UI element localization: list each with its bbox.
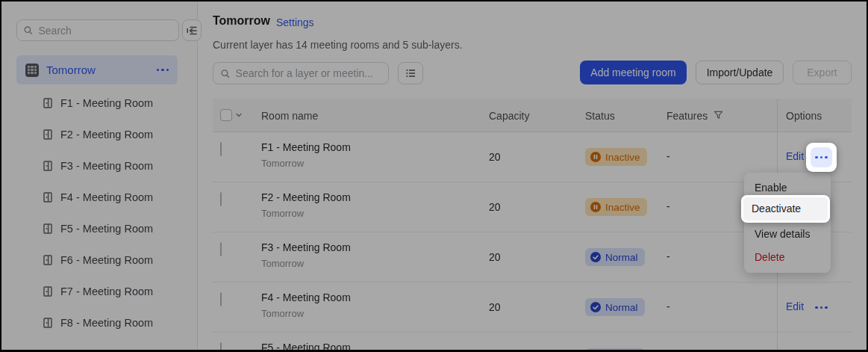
room-name: F4 - Meeting Room bbox=[261, 291, 351, 303]
check-circle-icon bbox=[590, 302, 601, 312]
row-checkbox[interactable] bbox=[220, 242, 222, 256]
status-badge: Normal bbox=[585, 348, 645, 350]
row-more-button[interactable] bbox=[810, 348, 833, 350]
status-badge: Normal bbox=[585, 298, 645, 316]
column-header-label: Status bbox=[585, 110, 615, 122]
meeting-room-icon bbox=[42, 285, 54, 297]
check-circle-icon bbox=[590, 252, 601, 262]
sidebar-item-room[interactable]: F8 - Meeting Room bbox=[16, 308, 185, 338]
row-checkbox[interactable] bbox=[220, 292, 222, 306]
room-features: - bbox=[666, 200, 670, 212]
room-label: F3 - Meeting Room bbox=[60, 160, 153, 172]
meeting-room-icon bbox=[42, 191, 54, 203]
menu-item-delete[interactable]: Delete bbox=[744, 246, 831, 269]
status-badge: Inactive bbox=[585, 198, 647, 216]
edit-link[interactable]: Edit bbox=[786, 150, 804, 162]
table-search-input[interactable] bbox=[236, 67, 381, 79]
pause-circle-icon bbox=[590, 152, 601, 162]
list-icon bbox=[405, 67, 416, 79]
sidebar-item-room[interactable]: F5 - Meeting Room bbox=[16, 214, 185, 244]
meeting-room-icon bbox=[42, 317, 54, 329]
menu-item-view-details[interactable]: View details bbox=[744, 223, 831, 246]
app-window: Tomorrow F1 - Meeting Room F2 - Meeting … bbox=[1, 1, 867, 350]
room-layer: Tomorrow bbox=[261, 308, 304, 319]
meeting-room-icon bbox=[42, 129, 54, 141]
select-all-checkbox[interactable] bbox=[220, 109, 232, 121]
sidebar-item-room[interactable]: F7 - Meeting Room bbox=[16, 277, 185, 306]
column-header-options: Options bbox=[786, 99, 822, 132]
ellipsis-icon bbox=[815, 156, 828, 159]
room-layer: Tomorrow bbox=[261, 208, 304, 219]
filter-icon[interactable] bbox=[714, 111, 723, 120]
table-row: F5 - Meeting Room Tomorrow 20 Normal - E… bbox=[213, 333, 852, 350]
sidebar-item-room[interactable]: F4 - Meeting Room bbox=[16, 182, 185, 212]
sidebar-room-list: F1 - Meeting Room F2 - Meeting Room F3 -… bbox=[1, 1, 197, 350]
sidebar-item-room[interactable]: F3 - Meeting Room bbox=[16, 151, 185, 181]
status-label: Inactive bbox=[605, 202, 640, 213]
column-header-status: Status bbox=[585, 99, 631, 132]
status-label: Normal bbox=[605, 302, 638, 313]
filter-icon[interactable] bbox=[621, 111, 631, 120]
status-badge: Inactive bbox=[585, 148, 647, 166]
table-row: F4 - Meeting Room Tomorrow 20 Normal - E… bbox=[213, 282, 852, 333]
status-label: Inactive bbox=[605, 152, 640, 163]
sidebar-item-room[interactable]: F1 - Meeting Room bbox=[16, 88, 185, 118]
room-label: F2 - Meeting Room bbox=[60, 129, 153, 141]
export-button[interactable]: Export bbox=[793, 61, 852, 84]
room-name: F5 - Meeting Room bbox=[261, 342, 351, 350]
sidebar-item-room[interactable]: F2 - Meeting Room bbox=[16, 120, 185, 149]
settings-link[interactable]: Settings bbox=[276, 16, 314, 28]
row-more-button[interactable] bbox=[810, 297, 833, 318]
row-more-button-highlighted[interactable] bbox=[811, 147, 832, 167]
meeting-room-icon bbox=[42, 160, 54, 172]
row-checkbox[interactable] bbox=[220, 342, 222, 350]
room-capacity: 20 bbox=[489, 251, 501, 263]
room-features: - bbox=[666, 250, 670, 262]
sidebar-item-room[interactable]: F6 - Meeting Room bbox=[16, 245, 185, 275]
room-capacity: 20 bbox=[489, 301, 501, 313]
menu-item-deactivate-highlighted[interactable]: Deactivate bbox=[743, 197, 828, 220]
room-label: F4 - Meeting Room bbox=[60, 191, 153, 203]
spotlight-deactivate: Deactivate bbox=[741, 195, 830, 223]
room-features: - bbox=[666, 150, 670, 162]
room-capacity: 20 bbox=[489, 201, 501, 213]
status-label: Normal bbox=[605, 252, 638, 263]
status-badge: Normal bbox=[585, 248, 645, 266]
column-header-label: Features bbox=[666, 110, 708, 122]
list-view-button[interactable] bbox=[398, 62, 423, 84]
room-name: F1 - Meeting Room bbox=[261, 141, 351, 153]
room-label: F1 - Meeting Room bbox=[60, 97, 153, 109]
meeting-room-icon bbox=[42, 254, 54, 266]
room-layer: Tomorrow bbox=[261, 258, 304, 269]
meeting-room-icon bbox=[42, 223, 54, 235]
room-name: F3 - Meeting Room bbox=[261, 241, 351, 253]
column-header-room-name: Room name bbox=[261, 99, 318, 132]
column-header-features: Features bbox=[666, 99, 723, 132]
chevron-down-icon[interactable] bbox=[235, 111, 243, 119]
column-header-capacity: Capacity bbox=[489, 99, 529, 132]
table-header: Room name Capacity Status Features Optio… bbox=[213, 99, 852, 132]
room-label: F7 - Meeting Room bbox=[60, 285, 153, 297]
row-checkbox[interactable] bbox=[220, 192, 222, 206]
row-checkbox[interactable] bbox=[220, 142, 222, 156]
row-context-menu: Enable Deactivate View details Delete bbox=[744, 173, 831, 273]
meeting-room-icon bbox=[42, 97, 54, 109]
room-label: F8 - Meeting Room bbox=[60, 317, 153, 329]
import-update-button[interactable]: Import/Update bbox=[696, 61, 784, 84]
room-name: F2 - Meeting Room bbox=[261, 191, 351, 203]
room-capacity: 20 bbox=[489, 151, 501, 163]
pause-circle-icon bbox=[590, 202, 601, 212]
edit-link[interactable]: Edit bbox=[786, 300, 804, 312]
room-layer: Tomorrow bbox=[261, 158, 304, 169]
search-icon bbox=[220, 68, 231, 79]
page-subtitle: Current layer has 14 meeting rooms and 5… bbox=[213, 39, 463, 51]
page-title: Tomorrow bbox=[213, 14, 270, 28]
sidebar: Tomorrow F1 - Meeting Room F2 - Meeting … bbox=[1, 1, 198, 350]
room-features: - bbox=[666, 300, 670, 312]
add-meeting-room-button[interactable]: Add meeting room bbox=[580, 61, 687, 84]
room-label: F5 - Meeting Room bbox=[60, 223, 153, 235]
table-search-box[interactable] bbox=[213, 62, 389, 84]
room-label: F6 - Meeting Room bbox=[60, 254, 153, 266]
spotlight-more-button bbox=[806, 143, 837, 172]
